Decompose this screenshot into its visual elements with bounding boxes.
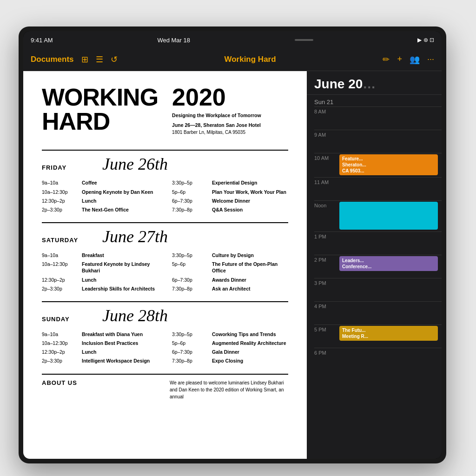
cal-time-row: 2 PMLeaders... Conference...	[314, 255, 442, 278]
cal-time-row: 1 PM	[314, 231, 442, 255]
schedule-time: 2p–3:30p	[42, 357, 79, 364]
doc-title-block: WORKING HARD	[42, 85, 158, 133]
schedule-time: 7:30p–8p	[172, 285, 209, 291]
document-title: Working Hard	[125, 55, 376, 64]
schedule-row: 9a–10aCoffee	[42, 179, 158, 186]
schedule-time: 9a–10a	[42, 179, 79, 185]
schedule-row: 6p–7:30pAwards Dinner	[172, 277, 288, 283]
more-options-icon[interactable]: ···	[427, 54, 434, 64]
schedule-event: Leadership Skills for Architects	[82, 285, 158, 292]
doc-year-block: 2020 Designing the Workplace of Tomorrow…	[172, 85, 288, 136]
day-section-saturday: SATURDAY June 27th 9a–10aBreakfast10a–12…	[42, 222, 288, 292]
schedule-event: Q&A Session	[212, 206, 288, 213]
schedule-row: 3:30p–5pExperiential Design	[172, 179, 288, 186]
schedule-event: Plan Your Work, Work Your Plan	[212, 189, 288, 195]
day-section-friday: FRIDAY June 26th 9a–10aCoffee10a–12:30pO…	[42, 150, 288, 213]
schedule-time: 2p–3:30p	[42, 285, 79, 291]
cal-time-row: 8 AM	[314, 106, 442, 130]
schedule-event: Coffee	[82, 179, 158, 186]
history-icon[interactable]: ↺	[111, 54, 118, 65]
cal-time-row: 10 AMFeature... Sheraton... CA 9503...	[314, 153, 442, 177]
day-date: June 28th	[102, 306, 168, 325]
cal-time-label: Noon	[314, 201, 337, 208]
cal-time-label: 9 AM	[314, 130, 337, 138]
schedule-time: 3:30p–5p	[172, 179, 209, 185]
schedule-row: 2p–3:30pLeadership Skills for Architects	[42, 285, 158, 292]
schedule-event: Opening Keynote by Dan Keen	[82, 189, 158, 195]
cal-time-label: 4 PM	[314, 302, 337, 309]
schedule-row: 10a–12:30pInclusion Best Practices	[42, 340, 158, 346]
home-indicator	[295, 39, 313, 41]
cal-header: June 20…	[307, 71, 442, 95]
pen-icon[interactable]: ✏	[383, 54, 390, 65]
cal-event[interactable]: The Futu... Meeting R...	[339, 326, 438, 341]
add-icon[interactable]: +	[397, 54, 402, 64]
schedule-event: Welcome Dinner	[212, 198, 288, 204]
schedule-time: 2p–3:30p	[42, 206, 79, 212]
cal-month: June 20…	[314, 77, 434, 92]
collab-icon[interactable]: 👥	[410, 54, 420, 65]
cal-time-label: 1 PM	[314, 232, 337, 239]
cal-day-of-week: Sun 21	[307, 95, 442, 106]
day-section-sunday: SUNDAY June 28th 9a–10aBreakfast with Di…	[42, 301, 288, 364]
main-content: WORKING HARD 2020 Designing the Workplac…	[23, 71, 442, 459]
day-date: June 26th	[102, 154, 168, 174]
about-label: ABOUT US	[42, 379, 160, 400]
schedule-event: Inclusion Best Practices	[82, 340, 158, 346]
day-name: SATURDAY	[42, 237, 88, 244]
ipad-frame: 9:41 AM Wed Mar 18 ▶ ⊛ ⊡ Documents ⊞ ☰ ↺…	[19, 26, 446, 463]
status-icons: ▶ ⊛ ⊡	[417, 37, 434, 43]
sidebar-toggle-icon[interactable]: ⊞	[81, 54, 88, 65]
schedule-time: 3:30p–5p	[172, 331, 209, 337]
day-name: SUNDAY	[42, 316, 88, 323]
cal-time-row: 4 PM	[314, 301, 442, 324]
schedule-time: 9a–10a	[42, 331, 79, 337]
cal-time-label: 5 PM	[314, 325, 337, 332]
ipad-screen: 9:41 AM Wed Mar 18 ▶ ⊛ ⊡ Documents ⊞ ☰ ↺…	[23, 31, 442, 459]
cal-event[interactable]: Feature... Sheraton... CA 9503...	[339, 154, 438, 175]
schedule-event: Lunch	[82, 349, 158, 355]
cal-time-label: 8 AM	[314, 107, 337, 114]
schedule-row: 2p–3:30pIntelligent Workspace Design	[42, 357, 158, 364]
status-bar: 9:41 AM Wed Mar 18 ▶ ⊛ ⊡	[23, 31, 442, 48]
cal-time-row: 6 PM	[314, 348, 442, 371]
cal-event[interactable]	[339, 202, 438, 230]
schedule-event: Intelligent Workspace Design	[82, 357, 158, 364]
schedule-time: 5p–6p	[172, 261, 209, 267]
schedule-row: 9a–10aBreakfast	[42, 252, 158, 258]
schedule-row: 9a–10aBreakfast with Diana Yuen	[42, 331, 158, 337]
cal-event[interactable]: Leaders... Conference...	[339, 256, 438, 271]
schedule-row: 12:30p–2pLunch	[42, 349, 158, 355]
schedule-time: 6p–7:30p	[172, 198, 209, 204]
cal-time-row: 3 PM	[314, 278, 442, 301]
day-sections: FRIDAY June 26th 9a–10aCoffee10a–12:30pO…	[42, 150, 288, 364]
schedule-row: 3:30p–5pCoworking Tips and Trends	[172, 331, 288, 337]
status-date: Wed Mar 18	[157, 37, 190, 44]
about-section: ABOUT US We are pleased to welcome lumin…	[42, 374, 288, 400]
schedule-row: 6p–7:30pWelcome Dinner	[172, 198, 288, 204]
schedule-event: Featured Keynote by Lindsey Bukhari	[82, 261, 158, 274]
about-text: We are pleased to welcome luminaries Lin…	[170, 379, 288, 400]
schedule-row: 7:30p–8pExpo Closing	[172, 357, 288, 364]
schedule-time: 12:30p–2p	[42, 349, 79, 355]
schedule-row: 5p–6pThe Future of the Open-Plan Office	[172, 261, 288, 274]
doc-address: 1801 Barber Ln, Milpitas, CA 95035	[172, 129, 288, 136]
schedule-event: Expo Closing	[212, 357, 288, 364]
schedule-event: The Next-Gen Office	[82, 206, 158, 213]
schedule-row: 7:30p–8pQ&A Session	[172, 206, 288, 213]
day-name: FRIDAY	[42, 164, 88, 171]
schedule-time: 9a–10a	[42, 252, 79, 258]
cal-time-label: 3 PM	[314, 278, 337, 286]
status-time: 9:41 AM	[31, 37, 53, 44]
schedule-event: The Future of the Open-Plan Office	[212, 261, 288, 274]
schedule-time: 10a–12:30p	[42, 261, 79, 267]
schedule-event: Experiential Design	[212, 179, 288, 186]
pages-document: WORKING HARD 2020 Designing the Workplac…	[23, 71, 307, 459]
schedule-time: 5p–6p	[172, 189, 209, 195]
schedule-row: 10a–12:30pOpening Keynote by Dan Keen	[42, 189, 158, 195]
schedule-time: 6p–7:30p	[172, 277, 209, 283]
day-date: June 27th	[102, 227, 168, 246]
schedule-event: Culture by Design	[212, 252, 288, 258]
list-view-icon[interactable]: ☰	[96, 54, 103, 65]
documents-button[interactable]: Documents	[31, 55, 74, 64]
